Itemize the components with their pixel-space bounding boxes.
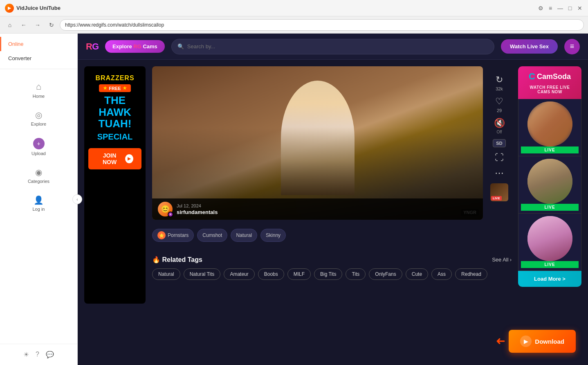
explore-cams-button[interactable]: Explore RG Cams [105, 40, 165, 53]
related-tag-natural-tits[interactable]: Natural Tits [184, 268, 221, 280]
back-button[interactable]: ← [18, 19, 29, 31]
related-tag-onlyfans[interactable]: OnlyFans [369, 268, 402, 280]
minimize-icon[interactable]: — [557, 5, 563, 11]
sidebar-nav: Online Converter [0, 34, 77, 69]
video-player[interactable]: YNGR 😊 + Jul 12, 2024 sirfundamentals [152, 66, 483, 220]
blur-overlay [527, 101, 572, 146]
tag-skinny[interactable]: Skinny [260, 229, 286, 242]
tag-cumshot[interactable]: Cumshot [197, 229, 227, 242]
video-date: Jul 12, 2024 [177, 203, 218, 208]
navbar: ⌂ ← → ↻ [0, 16, 588, 34]
see-all-link[interactable]: See All › [492, 257, 512, 263]
related-tag-natural[interactable]: Natural [152, 268, 180, 280]
author-avatar: 😊 + [158, 202, 173, 216]
arrow-indicator: ➜ [496, 335, 505, 348]
related-tags-grid: Natural Natural Tits Amateur Boobs MILF … [152, 268, 512, 280]
hamburger-icon: ≡ [570, 42, 575, 51]
theme-icon[interactable]: ☀ [23, 351, 29, 358]
url-bar[interactable] [60, 19, 584, 31]
left-ad-panel: BRAZZERS ★ FREE ★ THE HAWK TUAH! SPECIAL… [84, 66, 146, 358]
ad-headline: THE HAWK TUAH! [99, 95, 132, 130]
sidebar-item-explore[interactable]: ◎ Explore [0, 106, 77, 131]
brazzers-ad: BRAZZERS ★ FREE ★ THE HAWK TUAH! SPECIAL… [84, 66, 146, 304]
video-tags-row: ⭐ Pornstars Cumshot Natural Skinny [152, 225, 512, 246]
help-icon[interactable]: ? [36, 351, 39, 358]
tag-pornstars[interactable]: ⭐ Pornstars [152, 229, 194, 242]
close-icon[interactable]: ✕ [577, 5, 583, 11]
sidebar: Online Converter ⌂ Home ◎ Explore + Uplo… [0, 34, 78, 365]
download-button[interactable]: ▶ Download [509, 330, 576, 353]
cam-photo-3 [527, 216, 572, 261]
video-row: YNGR 😊 + Jul 12, 2024 sirfundamentals [152, 66, 512, 220]
chat-icon[interactable]: 💬 [46, 351, 54, 358]
fullscreen-action[interactable]: ⛶ [495, 152, 504, 163]
load-more-button[interactable]: Load More > [518, 271, 581, 287]
sidebar-item-upload[interactable]: + Upload [0, 134, 77, 160]
overlay [152, 66, 483, 220]
sidebar-item-converter[interactable]: Converter [0, 51, 77, 65]
chevron-right-icon: › [510, 257, 512, 263]
quality-action[interactable]: SD [493, 139, 505, 147]
site-header: RG Explore RG Cams 🔍 Watch Live Sex ≡ [78, 34, 588, 60]
related-thumbnail[interactable]: LIVE [490, 183, 508, 201]
search-bar: 🔍 [171, 39, 494, 54]
video-info-bar: 😊 + Jul 12, 2024 sirfundamentals [152, 198, 483, 220]
main-content: RG Explore RG Cams 🔍 Watch Live Sex ≡ BR… [78, 34, 588, 365]
plus-badge: + [168, 212, 173, 217]
cam-item-1[interactable]: LIVE [518, 99, 581, 156]
related-tag-big-tits[interactable]: Big Tits [314, 268, 342, 280]
video-thumbnail: YNGR [152, 66, 483, 220]
sidebar-icon-list: ⌂ Home ◎ Explore + Upload ◉ Categories 👤… [0, 69, 77, 344]
related-tag-redhead[interactable]: Redhead [455, 268, 487, 280]
cam-item-3[interactable]: LIVE [518, 214, 581, 271]
related-tag-amateur[interactable]: Amateur [224, 268, 254, 280]
sidebar-item-online[interactable]: Online [0, 37, 77, 51]
watch-live-button[interactable]: Watch Live Sex [501, 39, 558, 54]
video-actions: ↻ 32k ♡ 29 🔇 Off SD ⛶ [487, 66, 512, 220]
cam-photo-2 [527, 159, 572, 204]
related-tag-cute[interactable]: Cute [406, 268, 428, 280]
views-count: 32k [496, 86, 503, 91]
cam-item-2[interactable]: LIVE [518, 156, 581, 214]
free-badge: ★ FREE ★ [99, 84, 130, 92]
sidebar-item-login[interactable]: 👤 Log in [0, 191, 77, 216]
related-tag-tits[interactable]: Tits [346, 268, 366, 280]
settings-icon[interactable]: ⚙ [537, 5, 544, 11]
home-nav-button[interactable]: ⌂ [4, 19, 16, 31]
window-menu-icon[interactable]: ≡ [547, 5, 554, 11]
sidebar-bottom-actions: ☀ ? 💬 [0, 344, 77, 365]
heart-icon: ♡ [495, 96, 503, 107]
tag-natural[interactable]: Natural [231, 229, 257, 242]
related-tags-section: 🔥 Related Tags See All › Natural Natural… [152, 251, 512, 285]
sidebar-item-categories[interactable]: ◉ Categories [0, 163, 77, 188]
like-action[interactable]: ♡ 29 [495, 96, 503, 113]
maximize-icon[interactable]: □ [567, 5, 573, 11]
forward-button[interactable]: → [32, 19, 43, 31]
sound-action[interactable]: 🔇 Off [494, 118, 505, 134]
right-panel: C CamSoda WATCH FREE LIVE CAMS NOW LIVE … [518, 66, 581, 358]
sound-icon: 🔇 [494, 118, 505, 128]
logo-icon: ▶ [5, 4, 14, 13]
live-mini-badge: LIVE [491, 196, 502, 201]
content-area: BRAZZERS ★ FREE ★ THE HAWK TUAH! SPECIAL… [78, 60, 588, 365]
video-section: YNGR 😊 + Jul 12, 2024 sirfundamentals [152, 66, 512, 358]
more-icon: ⋯ [495, 168, 504, 178]
ad-banner[interactable]: BRAZZERS ★ FREE ★ THE HAWK TUAH! SPECIAL… [84, 66, 146, 304]
ad-special: SPECIAL [97, 132, 133, 142]
related-tag-boobs[interactable]: Boobs [258, 268, 284, 280]
tag-icon: ⭐ [157, 231, 166, 239]
app-logo: ▶ VidJuice UniTube [5, 4, 61, 13]
section-header: 🔥 Related Tags See All › [152, 256, 512, 264]
more-action[interactable]: ⋯ [495, 168, 504, 178]
sidebar-collapse-button[interactable]: ‹ [72, 194, 82, 204]
refresh-button[interactable]: ↻ [46, 19, 57, 31]
related-tag-milf[interactable]: MILF [287, 268, 311, 280]
related-tag-ass[interactable]: Ass [431, 268, 452, 280]
join-now-button[interactable]: JOIN NOW ▶ [88, 148, 141, 169]
sidebar-item-home[interactable]: ⌂ Home [0, 77, 77, 103]
search-icon: 🔍 [177, 43, 184, 50]
fullscreen-icon: ⛶ [495, 152, 504, 163]
search-input[interactable] [187, 43, 488, 50]
site-menu-button[interactable]: ≡ [564, 39, 580, 54]
upload-icon: + [33, 138, 45, 149]
